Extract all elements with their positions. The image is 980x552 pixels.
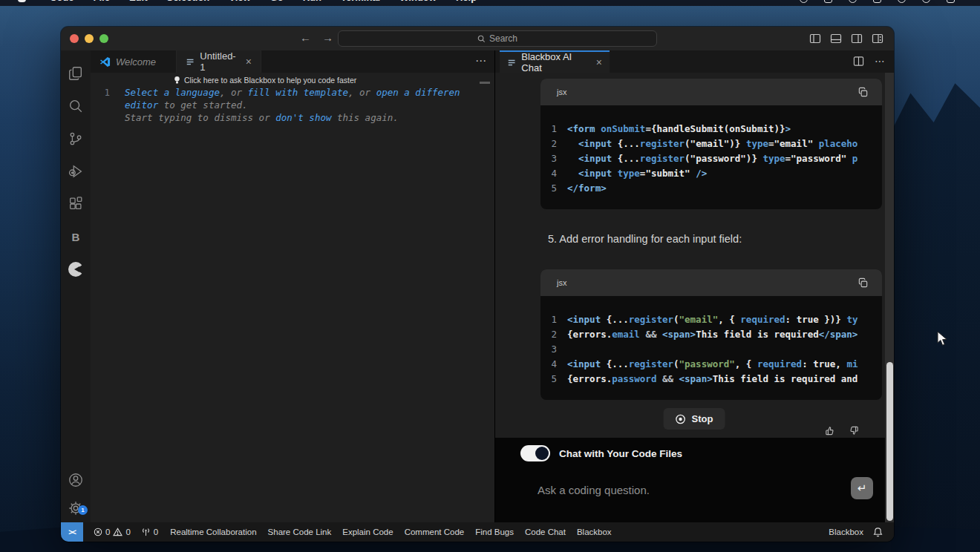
minimap-slider[interactable] [480,82,490,84]
chat-question-input[interactable]: Ask a coding question. [538,484,650,496]
lightbulb-icon [174,76,180,85]
panel-scrollbar[interactable] [885,73,894,522]
control-center-icon[interactable] [947,0,955,3]
menu-item-edit[interactable]: Edit [129,0,148,3]
statusbar-realtime-collaboration[interactable]: Realtime Collaboration [170,528,256,536]
search-placeholder: Search [489,33,517,44]
search-icon[interactable] [61,90,91,122]
chat-messages[interactable]: jsx 1<form onSubmit={handleSubmit(onSubm… [495,73,885,438]
tab-untitled-label: Untitled-1 [200,50,239,73]
editor-content[interactable]: Click here to ask Blackbox to help you c… [91,73,494,522]
desktop: { "menubar": { "items": ["Code","File","… [0,0,980,552]
file-icon [186,57,195,67]
enter-icon: ↵ [858,482,867,495]
panel-scrollbar-thumb[interactable] [886,362,893,521]
wifi-icon[interactable] [898,0,906,3]
menu-item-terminal[interactable]: Terminal [341,0,380,3]
status-icon[interactable] [849,0,857,3]
navigate-forward-button[interactable]: → [322,31,333,44]
menu-item-file[interactable]: File [94,0,110,3]
blackbox-b-icon[interactable]: B [61,220,91,253]
blackbox-hint[interactable]: Click here to ask Blackbox to help you c… [174,76,494,85]
thumbs-up-icon[interactable] [824,425,835,436]
toggle-knob [535,447,549,460]
traffic-lights [70,34,108,43]
copy-icon[interactable] [858,87,869,98]
editor-group: Welcome Untitled-1 × ⋯ Click here to ask… [91,50,494,522]
navigate-back-button[interactable]: ← [300,31,311,44]
statusbar-share-code-link[interactable]: Share Code Link [268,528,332,536]
broadcast-icon [141,528,151,536]
minimize-window-button[interactable] [85,34,94,43]
code-block-2: jsx 1<input {...register("email", { requ… [540,269,882,400]
menu-item-code[interactable]: Code [50,0,74,3]
notifications-bell-icon[interactable] [873,527,883,537]
blackbox-logo-icon[interactable] [61,253,91,286]
editor-placeholder-text: 1Select a language, or fill with templat… [91,86,494,124]
errors-icon [94,528,102,536]
tab-untitled-1[interactable]: Untitled-1 × [177,50,261,73]
editor-more-actions-icon[interactable]: ⋯ [475,54,487,68]
send-button[interactable]: ↵ [851,477,873,499]
window-titlebar[interactable]: ← → Search [61,27,894,50]
tab-welcome-label: Welcome [116,56,156,68]
copy-icon[interactable] [858,277,869,289]
menu-item-view[interactable]: View [229,0,250,3]
feedback-indicator[interactable]: 0 [141,528,158,536]
wallpaper-mountains-right [891,64,980,552]
apple-logo-icon[interactable] [18,0,26,2]
thumbs-down-icon[interactable] [849,425,860,436]
menu-item-go[interactable]: Go [270,0,284,3]
toggle-secondary-sidebar-icon[interactable] [851,33,863,45]
panel-more-actions-icon[interactable]: ⋯ [875,55,885,67]
zoom-window-button[interactable] [99,34,108,43]
extensions-icon[interactable] [61,188,91,220]
status-bar: >< 0 0 0 Realtime Collaboration Share Co… [61,522,894,542]
account-icon[interactable] [61,470,91,490]
menu-item-selection[interactable]: Selection [166,0,209,3]
vscode-window: ← → Search [61,27,894,542]
menu-item-help[interactable]: Help [456,0,477,3]
menu-item-run[interactable]: Run [303,0,321,3]
remote-indicator[interactable]: >< [61,522,83,542]
chat-step-text: 5. Add error handling for each input fie… [548,233,742,245]
stop-button[interactable]: Stop [664,408,725,430]
close-window-button[interactable] [70,34,79,43]
run-debug-icon[interactable] [61,155,91,188]
tab-blackbox-ai-chat[interactable]: Blackbox AI Chat × [500,50,610,73]
code-language-label: jsx [557,278,566,287]
command-center-search[interactable]: Search [338,30,657,47]
errors-count: 0 [105,528,110,536]
macos-menubar: Code File Edit Selection View Go Run Ter… [0,0,980,6]
problems-indicator[interactable]: 0 0 [94,528,131,536]
statusbar-explain-code[interactable]: Explain Code [342,528,393,536]
statusbar-blackbox-right[interactable]: Blackbox [829,528,863,536]
menu-item-window[interactable]: Window [399,0,437,3]
toggle-panel-icon[interactable] [830,33,842,45]
statusbar-find-bugs[interactable]: Find Bugs [475,528,514,536]
statusbar-blackbox[interactable]: Blackbox [577,528,612,536]
stop-label: Stop [692,413,713,424]
settings-badge: 1 [78,505,88,515]
feedback-count: 0 [154,528,158,536]
split-editor-icon[interactable] [853,56,864,67]
source-control-icon[interactable] [61,122,91,155]
status-icon[interactable] [824,0,832,3]
tab-chat-label: Blackbox AI Chat [521,51,591,73]
statusbar-comment-code[interactable]: Comment Code [405,528,465,536]
customize-layout-icon[interactable] [872,33,883,45]
explorer-icon[interactable] [61,57,91,90]
close-tab-icon[interactable]: × [596,56,602,68]
statusbar-code-chat[interactable]: Code Chat [525,528,566,536]
chat-with-code-files-toggle[interactable] [520,445,550,461]
chat-input-area: Chat with Your Code Files Ask a coding q… [495,438,885,522]
close-tab-icon[interactable]: × [246,56,252,68]
search-icon[interactable] [922,0,930,3]
hint-text: Click here to ask Blackbox to help you c… [184,76,356,85]
battery-icon[interactable] [873,0,881,3]
status-icon[interactable] [800,0,808,3]
toggle-primary-sidebar-icon[interactable] [809,33,821,45]
tab-welcome[interactable]: Welcome [91,50,177,73]
panel-tab-bar: Blackbox AI Chat × ⋯ [495,50,894,73]
settings-gear-icon[interactable]: 1 [61,499,91,518]
